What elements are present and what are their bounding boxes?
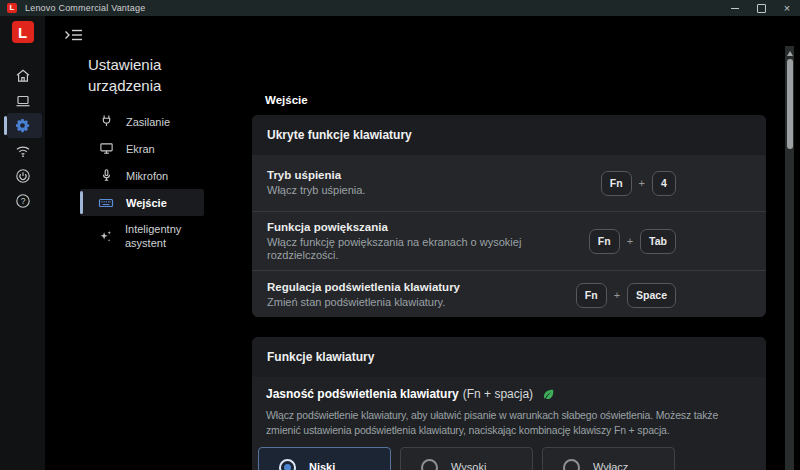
keyboard-icon [98, 195, 114, 211]
radio-label: Wysoki [451, 461, 486, 470]
sidebar-item-ekran[interactable]: Ekran [80, 135, 204, 162]
plus-separator: + [639, 177, 645, 189]
power-circle-icon [15, 168, 31, 184]
key-badge: Tab [640, 229, 676, 254]
setting-title: Funkcja powiększania [267, 221, 583, 233]
logo-letter: L [10, 4, 15, 12]
plus-separator: + [627, 235, 633, 247]
rail-item-home[interactable] [0, 63, 45, 88]
laptop-icon [15, 93, 31, 109]
setting-row-sleep-mode: Tryb uśpienia Włącz tryb uśpienia. Fn + … [252, 155, 766, 211]
sidebar-menu: Zasilanie Ekran Mikrofon [80, 108, 204, 256]
activity-rail: L [0, 16, 45, 470]
display-icon [98, 141, 114, 156]
setting-row-magnifier: Funkcja powiększania Włącz funkcję powię… [252, 211, 766, 270]
microphone-icon [98, 168, 114, 183]
radio-selected-icon [279, 459, 296, 470]
help-icon: ? [15, 193, 31, 209]
sidebar-item-wejscie[interactable]: Wejście [80, 189, 204, 216]
key-combo: Fn + Tab [589, 229, 676, 254]
question-mark-glyph: ? [20, 196, 25, 206]
minimize-icon [731, 8, 739, 9]
keyboard-functions-card: Funkcje klawiatury Jasność podświetlenia… [252, 337, 766, 470]
gear-icon [15, 118, 30, 133]
scrollbar-track[interactable] [785, 46, 794, 470]
sparkles-icon [98, 229, 113, 244]
radio-unselected-icon [421, 459, 438, 470]
sidebar-item-label: Mikrofon [126, 169, 168, 183]
setting-title: Tryb uśpienia [267, 169, 595, 181]
sidebar-title: Ustawienia urządzenia [88, 54, 208, 96]
setting-row-backlight-toggle: Regulacja podświetlenia klawiatury Zmień… [252, 270, 766, 317]
radio-unselected-icon [563, 459, 580, 470]
window-title: Lenovo Commercial Vantage [25, 3, 145, 13]
plus-separator: + [614, 289, 620, 301]
sidebar: Ustawienia urządzenia Zasilanie Ekran [45, 16, 245, 470]
sidebar-item-label: Zasilanie [126, 115, 170, 129]
setting-description: Włącz tryb uśpienia. [267, 184, 547, 197]
hamburger-icon [64, 27, 84, 43]
hidden-keyboard-functions-card: Ukryte funkcje klawiatury Tryb uśpienia … [252, 115, 766, 317]
radio-label: Wyłącz [593, 461, 628, 470]
lenovo-logo-icon: L [7, 3, 17, 13]
rail-item-power[interactable] [0, 163, 45, 188]
card-title: Ukryte funkcje klawiatury [252, 115, 766, 155]
leaf-icon [542, 388, 555, 401]
sidebar-item-mikrofon[interactable]: Mikrofon [80, 162, 204, 189]
setting-description: Zmień stan podświetlenia klawiatury. [267, 296, 547, 309]
power-plug-icon [98, 114, 114, 129]
rail-item-wifi[interactable] [0, 138, 45, 163]
scrollbar-thumb[interactable] [787, 59, 793, 149]
rail-item-settings[interactable] [0, 113, 45, 138]
maximize-icon [757, 4, 766, 13]
sidebar-item-label: Wejście [126, 196, 167, 210]
backlight-options: Niski Wysoki Wyłącz [252, 438, 766, 470]
radio-option-wysoki[interactable]: Wysoki [400, 447, 533, 470]
maximize-button[interactable] [748, 0, 774, 16]
wifi-icon [15, 143, 31, 159]
logo-letter: L [18, 24, 27, 41]
key-combo: Fn + 4 [601, 171, 676, 196]
titlebar: L Lenovo Commercial Vantage × [0, 0, 800, 16]
close-icon: × [784, 3, 790, 14]
main-content: Wejście Ukryte funkcje klawiatury Tryb u… [245, 16, 790, 470]
window-controls: × [722, 0, 800, 16]
key-badge-fn: Fn [601, 171, 632, 196]
rail-nav: ? [0, 63, 45, 213]
card-title: Funkcje klawiatury [252, 337, 766, 377]
scroll-up-arrow-icon[interactable] [787, 51, 793, 56]
backlight-description: Włącz podświetlenie klawiatury, aby ułat… [252, 401, 742, 438]
sidebar-item-inteligentny-asystent[interactable]: Inteligentny asystent [80, 216, 204, 256]
rail-item-help[interactable]: ? [0, 188, 45, 213]
close-button[interactable]: × [774, 0, 800, 16]
menu-toggle-button[interactable] [64, 27, 84, 43]
backlight-brightness-title: Jasność podświetlenia klawiatury (Fn + s… [252, 377, 766, 401]
minimize-button[interactable] [722, 0, 748, 16]
rail-item-device[interactable] [0, 88, 45, 113]
key-combo: Fn + Space [576, 283, 676, 308]
key-badge: Space [627, 283, 676, 308]
radio-option-niski[interactable]: Niski [258, 447, 391, 470]
sidebar-item-zasilanie[interactable]: Zasilanie [80, 108, 204, 135]
page-title: Wejście [265, 94, 308, 106]
lenovo-logo-large-icon: L [12, 21, 34, 43]
settings-rows: Tryb uśpienia Włącz tryb uśpienia. Fn + … [252, 155, 766, 317]
sidebar-item-label: Ekran [126, 142, 155, 156]
sidebar-item-label: Inteligentny asystent [125, 222, 204, 250]
setting-title: Regulacja podświetlenia klawiatury [267, 281, 570, 293]
home-icon [15, 68, 31, 84]
key-badge-fn: Fn [576, 283, 607, 308]
key-badge: 4 [652, 171, 676, 196]
key-badge-fn: Fn [589, 229, 620, 254]
setting-description: Włącz funkcję powiększania na ekranach o… [267, 236, 547, 262]
radio-label: Niski [309, 461, 335, 470]
radio-option-wylacz[interactable]: Wyłącz [542, 447, 675, 470]
